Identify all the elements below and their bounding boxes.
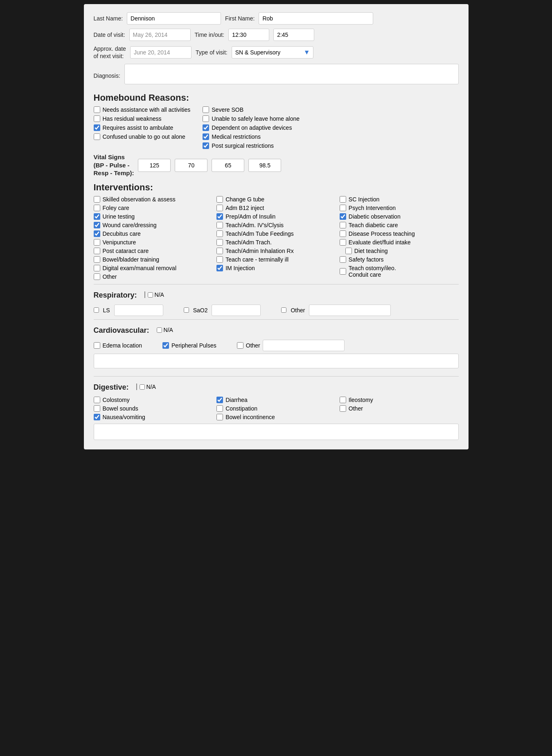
digestive-item-3: Nausea/vomiting (94, 414, 213, 420)
homebound-label-9: Post surgical restrictions (212, 142, 274, 149)
int-cb-17[interactable] (216, 248, 223, 254)
first-name-input[interactable] (259, 12, 373, 25)
int-cb-12[interactable] (216, 205, 223, 211)
respiratory-na-label: N/A (155, 291, 164, 298)
int-cb-10[interactable] (94, 273, 100, 280)
pulse-input[interactable] (175, 159, 207, 172)
vital-signs-row: Vital Signs(BP - Pulse -Resp - Temp): (94, 153, 459, 177)
int-cb-26[interactable] (345, 248, 352, 254)
homebound-item-6: Unable to safely leave home alone (203, 115, 300, 122)
homebound-cb-4[interactable] (94, 133, 100, 140)
int-cb-9[interactable] (94, 265, 100, 271)
int-cb-3[interactable] (94, 213, 100, 220)
cardiovascular-na-cb[interactable] (157, 327, 162, 333)
int-cb-2[interactable] (94, 205, 100, 211)
ls-row: LS SaO2 Other (94, 305, 459, 316)
type-visit-select[interactable]: SN & Supervisory SN Supervisory (232, 46, 313, 59)
digestive-cb-8[interactable] (340, 405, 346, 412)
homebound-cb-2[interactable] (94, 115, 100, 122)
interventions-title: Interventions: (94, 182, 459, 193)
next-visit-input[interactable] (130, 46, 192, 59)
cv-other-cb[interactable] (237, 342, 243, 349)
diagnosis-input[interactable] (124, 64, 459, 84)
cardiovascular-row: Cardiovascular: N/A (94, 323, 459, 337)
int-item-3: Urine testing (94, 213, 213, 220)
respiratory-na-cb[interactable] (148, 292, 153, 298)
int-cb-22[interactable] (340, 213, 346, 220)
saO2-cb[interactable] (184, 307, 189, 313)
type-visit-wrapper: SN & Supervisory SN Supervisory ▼ (232, 46, 313, 59)
time-out-input[interactable] (273, 29, 314, 41)
homebound-cb-1[interactable] (94, 106, 100, 113)
temp-input[interactable] (248, 159, 281, 172)
int-cb-27[interactable] (340, 256, 346, 263)
bp-input[interactable] (138, 159, 171, 172)
int-cb-23[interactable] (340, 222, 346, 228)
int-cb-11[interactable] (216, 196, 223, 203)
respiratory-title: Respiratory: (94, 291, 137, 300)
digestive-cb-4[interactable] (216, 397, 223, 403)
digestive-cb-2[interactable] (94, 405, 100, 412)
homebound-cb-6[interactable] (203, 115, 209, 122)
digestive-cb-3[interactable] (94, 414, 100, 420)
int-cb-7[interactable] (94, 248, 100, 254)
int-cb-19[interactable] (216, 265, 223, 271)
int-cb-16[interactable] (216, 239, 223, 246)
edema-item: Edema location (94, 342, 142, 349)
int-cb-15[interactable] (216, 230, 223, 237)
digestive-na-cb[interactable] (140, 384, 145, 390)
int-item-24: Disease Process teaching (340, 230, 459, 237)
peripheral-cb[interactable] (162, 342, 169, 349)
digestive-textarea[interactable] (94, 424, 459, 440)
respiratory-row: Respiratory: N/A (94, 288, 459, 302)
last-name-input[interactable] (127, 12, 221, 25)
saO2-input[interactable] (212, 305, 261, 316)
digestive-cb-5[interactable] (216, 405, 223, 412)
homebound-item-7: Dependent on adaptive devices (203, 124, 300, 131)
interventions-col1: Skilled observation & assess Foley care … (94, 196, 213, 280)
int-cb-4[interactable] (94, 222, 100, 228)
int-item-8: Bowel/bladder training (94, 256, 213, 263)
int-cb-18[interactable] (216, 256, 223, 263)
int-cb-6[interactable] (94, 239, 100, 246)
int-cb-21[interactable] (340, 205, 346, 211)
time-in-input[interactable] (228, 29, 269, 41)
int-item-6: Venipuncture (94, 239, 213, 246)
int-cb-5[interactable] (94, 230, 100, 237)
int-cb-14[interactable] (216, 222, 223, 228)
peripheral-label: Peripheral Pulses (171, 342, 216, 349)
ls-cb[interactable] (94, 307, 99, 313)
int-cb-25[interactable] (340, 239, 346, 246)
int-item-14: Teach/Adm. IV's/Clysis (216, 222, 336, 228)
int-item-18: Teach care - terminally ill (216, 256, 336, 263)
homebound-cb-9[interactable] (203, 142, 209, 149)
digestive-cb-1[interactable] (94, 397, 100, 403)
int-item-12: Adm B12 inject (216, 205, 336, 211)
int-cb-1[interactable] (94, 196, 100, 203)
digestive-na-label: N/A (146, 384, 156, 390)
homebound-cb-8[interactable] (203, 133, 209, 140)
int-cb-20[interactable] (340, 196, 346, 203)
edema-cb[interactable] (94, 342, 100, 349)
date-visit-input[interactable] (129, 29, 191, 41)
digestive-cb-7[interactable] (340, 397, 346, 403)
int-cb-24[interactable] (340, 230, 346, 237)
int-label-11: Change G tube (225, 196, 264, 203)
resp-input[interactable] (212, 159, 244, 172)
int-label-13: Prep/Adm of Insulin (225, 213, 275, 220)
digestive-label-5: Constipation (225, 405, 257, 412)
respiratory-other-cb[interactable] (281, 307, 286, 313)
homebound-label-1: Needs assistance with all activities (103, 106, 191, 113)
ls-input[interactable] (114, 305, 163, 316)
int-cb-13[interactable] (216, 213, 223, 220)
respiratory-other-input[interactable] (309, 305, 391, 316)
cv-other-input[interactable] (263, 340, 345, 351)
homebound-cb-7[interactable] (203, 124, 209, 131)
cv-textarea[interactable] (94, 354, 459, 368)
homebound-cb-3[interactable] (94, 124, 100, 131)
int-cb-8[interactable] (94, 256, 100, 263)
int-cb-28[interactable] (340, 268, 346, 275)
digestive-cb-6[interactable] (216, 414, 223, 420)
int-label-23: Teach diabetic care (349, 222, 398, 228)
homebound-cb-5[interactable] (203, 106, 209, 113)
